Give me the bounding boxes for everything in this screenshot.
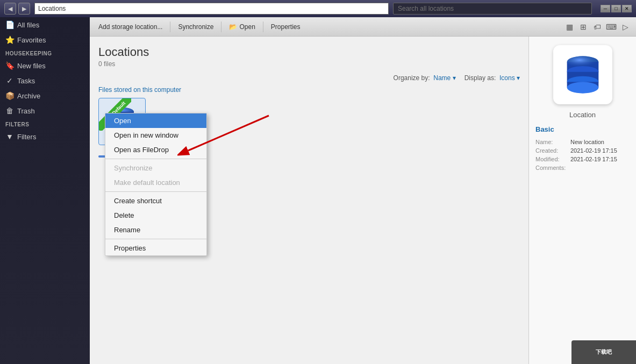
all-files-icon: 📄 xyxy=(5,20,14,29)
sidebar-label-trash: Trash xyxy=(17,107,35,115)
window-controls: ─ □ ✕ xyxy=(601,5,632,12)
ctx-open-filedrop[interactable]: Open as FileDrop xyxy=(105,142,206,157)
organize-value[interactable]: Name ▾ xyxy=(433,74,455,82)
titlebar: ◀ ▶ ─ □ ✕ xyxy=(0,0,636,17)
file-count: 0 files xyxy=(98,60,520,68)
rp-created-value: 2021-02-19 17:15 xyxy=(570,146,630,155)
toolbar-separator-2 xyxy=(221,22,221,32)
sidebar-item-all-files[interactable]: 📄 All files xyxy=(0,17,90,32)
rp-section-title: Basic xyxy=(535,125,630,133)
toolbar-right: ▦ ⊞ 🏷 ⌨ ▷ xyxy=(563,20,632,33)
ctx-open-new-window[interactable]: Open in new window xyxy=(105,128,206,142)
svg-point-17 xyxy=(567,56,598,67)
rp-details-table: Name: New location Created: 2021-02-19 1… xyxy=(535,138,630,172)
view-toggle-1[interactable]: ▦ xyxy=(563,20,576,33)
nav-right-btn[interactable]: ▷ xyxy=(619,20,632,33)
keyboard-icon-btn[interactable]: ⌨ xyxy=(605,20,618,33)
ctx-synchronize: Synchronize xyxy=(105,161,206,175)
sidebar-item-tasks[interactable]: ✓ Tasks xyxy=(0,73,90,88)
sidebar: 📄 All files ⭐ Favorites HOUSEKEEPING 🔖 N… xyxy=(0,17,90,364)
app-body: 📄 All files ⭐ Favorites HOUSEKEEPING 🔖 N… xyxy=(0,17,636,364)
sidebar-item-favorites[interactable]: ⭐ Favorites xyxy=(0,32,90,47)
sidebar-label-all-files: All files xyxy=(17,21,39,29)
view-toggle-2[interactable]: ⊞ xyxy=(577,20,590,33)
add-storage-label: Add storage location... xyxy=(98,23,162,31)
rp-modified-value: 2021-02-19 17:15 xyxy=(570,155,630,163)
table-row: Name: New location xyxy=(535,138,630,146)
right-panel: Location Basic Name: New location Create… xyxy=(528,37,636,364)
table-row: Modified: 2021-02-19 17:15 xyxy=(535,155,630,163)
rp-database-icon xyxy=(561,53,604,96)
sidebar-item-new-files[interactable]: 🔖 New files xyxy=(0,58,90,73)
filters-icon: ▼ xyxy=(5,132,14,141)
close-button[interactable]: ✕ xyxy=(622,5,632,12)
watermark: 下载吧 xyxy=(571,340,636,364)
rp-comments-value xyxy=(570,163,630,172)
archive-icon: 📦 xyxy=(5,91,14,100)
context-menu: Open Open in new window Open as FileDrop… xyxy=(105,113,207,256)
sidebar-label-tasks: Tasks xyxy=(17,77,35,85)
display-label: Display as: xyxy=(465,74,496,82)
rp-location-label: Location xyxy=(535,111,630,119)
sidebar-label-archive: Archive xyxy=(17,92,40,100)
minimize-button[interactable]: ─ xyxy=(601,5,610,12)
content-wrapper: Locations 0 files Organize by: Name ▾ Di… xyxy=(90,37,636,364)
ctx-open[interactable]: Open xyxy=(105,113,206,128)
svg-point-16 xyxy=(567,82,598,93)
open-label: Open xyxy=(239,23,255,31)
favorites-icon: ⭐ xyxy=(5,35,14,44)
ctx-delete[interactable]: Delete xyxy=(105,208,206,223)
properties-button[interactable]: Properties xyxy=(267,21,305,33)
page-title: Locations xyxy=(98,45,520,59)
ctx-separator-3 xyxy=(105,239,206,239)
rp-name-value: New location xyxy=(570,138,630,146)
sidebar-item-archive[interactable]: 📦 Archive xyxy=(0,88,90,103)
housekeeping-header: HOUSEKEEPING xyxy=(0,47,90,58)
sidebar-label-favorites: Favorites xyxy=(17,36,46,44)
organize-label: Organize by: xyxy=(394,74,430,82)
sidebar-label-filters: Filters xyxy=(17,133,36,141)
add-storage-button[interactable]: Add storage location... xyxy=(94,21,167,33)
sidebar-item-filters[interactable]: ▼ Filters xyxy=(0,129,90,144)
toolbar: Add storage location... Synchronize 📂 Op… xyxy=(90,17,636,37)
tasks-icon: ✓ xyxy=(5,76,14,85)
display-value[interactable]: Icons ▾ xyxy=(499,74,520,82)
rp-icon-wrapper xyxy=(553,45,612,104)
ctx-separator-2 xyxy=(105,191,206,192)
organize-bar: Organize by: Name ▾ Display as: Icons ▾ xyxy=(98,74,520,82)
location-input[interactable] xyxy=(34,3,389,15)
open-icon: 📂 xyxy=(229,23,237,31)
forward-button[interactable]: ▶ xyxy=(18,3,30,15)
rp-comments-label: Comments: xyxy=(535,163,570,172)
table-row: Comments: xyxy=(535,163,630,172)
search-input[interactable] xyxy=(393,3,592,15)
open-button[interactable]: 📂 Open xyxy=(225,21,259,33)
ctx-create-shortcut[interactable]: Create shortcut xyxy=(105,194,206,208)
toolbar-separator-1 xyxy=(170,22,170,32)
ctx-make-default: Make default location xyxy=(105,175,206,190)
rp-name-label: Name: xyxy=(535,138,570,146)
new-files-icon: 🔖 xyxy=(5,61,14,70)
rp-modified-label: Modified: xyxy=(535,155,570,163)
ctx-separator-1 xyxy=(105,159,206,159)
trash-icon: 🗑 xyxy=(5,106,14,115)
properties-label: Properties xyxy=(271,23,301,31)
nav-buttons: ◀ ▶ xyxy=(4,3,30,15)
filters-header: FILTERS xyxy=(0,118,90,129)
ctx-properties[interactable]: Properties xyxy=(105,241,206,255)
rp-created-label: Created: xyxy=(535,146,570,155)
back-button[interactable]: ◀ xyxy=(4,3,16,15)
toolbar-separator-3 xyxy=(263,22,263,32)
main-content: Locations 0 files Organize by: Name ▾ Di… xyxy=(90,37,528,364)
synchronize-label: Synchronize xyxy=(178,23,213,31)
table-row: Created: 2021-02-19 17:15 xyxy=(535,146,630,155)
maximize-button[interactable]: □ xyxy=(611,5,621,12)
sidebar-label-new-files: New files xyxy=(17,62,46,70)
tag-icon-btn[interactable]: 🏷 xyxy=(591,20,604,33)
sidebar-item-trash[interactable]: 🗑 Trash xyxy=(0,103,90,118)
section-header: Files stored on this computer xyxy=(98,86,520,94)
ctx-rename[interactable]: Rename xyxy=(105,223,206,237)
synchronize-button[interactable]: Synchronize xyxy=(174,21,218,33)
